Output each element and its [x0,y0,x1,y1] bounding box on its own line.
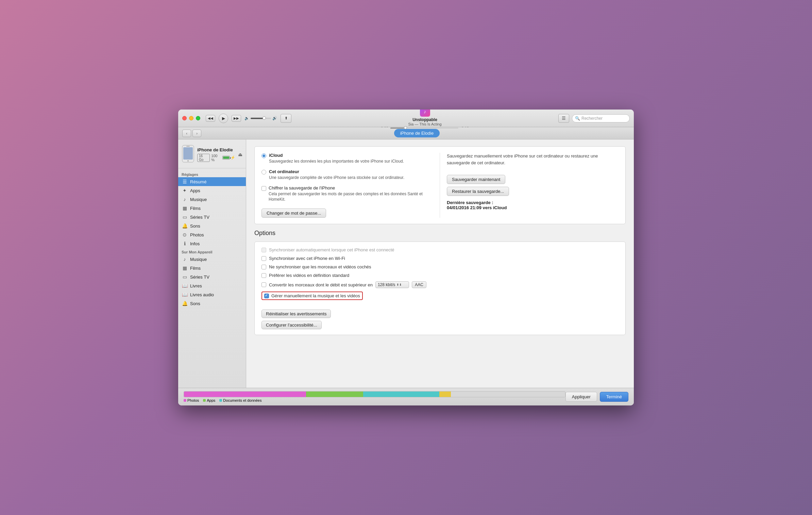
sidebar-item-musique2[interactable]: ♪ Musique [178,255,246,264]
backup-right-desc: Sauvegardez manuellement votre iPhone su… [447,153,619,166]
computer-radio[interactable] [261,170,266,175]
storage-free [451,392,565,397]
volume-slider[interactable]: 🔈 🔊 [244,116,277,120]
sync-wifi-checkbox[interactable] [261,256,266,261]
svg-rect-1 [183,147,193,160]
films2-icon: ▦ [182,265,188,271]
sidebar-item-livres-audio[interactable]: 📖 Livres audio [178,290,246,299]
fastforward-button[interactable]: ▶▶ [232,115,241,122]
prefer-sd-row[interactable]: Préférer les vidéos en définition standa… [261,273,619,278]
list-view-button[interactable]: ☰ [558,114,569,123]
manage-row[interactable]: Gérer manuellement la musique et les vid… [261,292,619,300]
computer-desc: Une sauvegarde complète de votre iPhone … [269,175,404,181]
sidebar-item-films[interactable]: ▦ Films [178,204,246,213]
bitrate-select[interactable]: 128 kbit/s ⬆⬇ [375,281,409,288]
computer-option[interactable]: Cet ordinateur Une sauvegarde complète d… [261,169,433,181]
sidebar-item-sons2[interactable]: 🔔 Sons [178,299,246,308]
sync-wifi-row[interactable]: Synchroniser avec cet iPhone en Wi-Fi [261,256,619,261]
apply-button[interactable]: Appliquer [565,392,597,402]
appareil-section-label: Sur mon appareil [178,248,246,255]
rewind-button[interactable]: ◀◀ [206,115,215,122]
save-now-button[interactable]: Sauvegarder maintenant [447,175,505,184]
livres-icon: 📖 [182,283,188,288]
sidebar-item-musique[interactable]: ♪ Musique [178,195,246,204]
sidebar-item-livres[interactable]: 📖 Livres [178,281,246,290]
backup-section: iCloud Sauvegardez les données les plus … [254,146,626,224]
reset-button[interactable]: Réinitialiser les avertissements [261,310,331,318]
svg-rect-3 [186,146,190,147]
sidebar-item-series-tv[interactable]: ▭ Séries TV [178,213,246,221]
sidebar-item-photos[interactable]: ⊙ Photos [178,230,246,239]
format-label: AAC [412,281,426,288]
apps-icon: ✦ [182,188,188,193]
docs-label: Documents et données [223,398,261,402]
airplay-button[interactable]: ⬆ [281,114,291,123]
sidebar-item-sons-label: Sons [190,223,200,229]
apps-label: Apps [207,398,215,402]
sync-checked-checkbox[interactable] [261,265,266,269]
prefer-sd-checkbox[interactable] [261,273,266,278]
traffic-lights [182,116,200,120]
backup-grid: iCloud Sauvegardez les données les plus … [261,153,619,218]
eject-button[interactable]: ⏏ [238,152,242,157]
sidebar-item-resume[interactable]: ☰ Résumé [178,177,246,186]
device-tab[interactable]: iPhone de Elodie [394,129,440,137]
battery: 100 % ⚡ [211,154,235,162]
sidebar-item-series-tv2[interactable]: ▭ Séries TV [178,272,246,281]
encrypt-option: Chiffrer la sauvegarde de l'iPhone Cela … [261,185,433,203]
device-name: iPhone de Elodie [197,147,235,152]
sidebar-item-apps[interactable]: ✦ Apps [178,186,246,195]
convert-checkbox[interactable] [261,282,266,287]
sons-icon: 🔔 [182,223,188,229]
sidebar-item-sons2-label: Sons [190,301,200,306]
restore-button[interactable]: Restaurer la sauvegarde... [447,187,509,196]
track-info: Unstoppable Sia — This Is Acting [408,117,441,126]
icloud-option[interactable]: iCloud Sauvegardez les données les plus … [261,153,433,164]
sidebar-item-infos[interactable]: ℹ Infos [178,239,246,248]
options-box: Synchroniser automatiquement lorsque cet… [254,242,626,335]
accessibility-button[interactable]: Configurer l'accessibilité... [261,321,322,329]
play-button[interactable]: ▶ [219,114,228,123]
battery-bar [222,156,230,160]
close-button[interactable] [182,116,187,120]
convert-row[interactable]: Convertir les morceaux dont le débit est… [261,281,619,288]
manage-checkbox[interactable] [264,294,269,298]
change-password-button[interactable]: Changer de mot de passe... [261,209,326,218]
search-box[interactable]: 🔍 Rechercher [572,114,630,122]
device-details: iPhone de Elodie 16 Go 100 % ⚡ [197,147,235,162]
photos-dot [184,399,186,402]
last-backup: Dernière sauvegarde : 04/01/2016 21:09 v… [447,200,619,210]
itunes-music-icon: ♪ [420,110,430,117]
titlebar: ◀◀ ▶ ▶▶ 🔈 🔊 ⬆ ♪ Unstoppable Sia — This I… [178,110,634,127]
sidebar-item-infos-label: Infos [190,241,200,246]
maximize-button[interactable] [196,116,200,120]
sidebar-item-musique-label: Musique [190,197,207,202]
sidebar-item-films2[interactable]: ▦ Films [178,264,246,272]
sync-auto-row[interactable]: Synchroniser automatiquement lorsque cet… [261,247,619,252]
apps-label-item: Apps [203,398,215,402]
docs-dot [219,399,222,402]
sidebar-item-sons[interactable]: 🔔 Sons [178,221,246,230]
volume-low-icon: 🔈 [244,116,249,120]
bottom-buttons: Appliquer Terminé [565,392,628,402]
icloud-radio[interactable] [261,153,266,158]
sidebar-item-musique2-label: Musique [190,257,207,262]
sidebar-item-livres-audio-label: Livres audio [190,292,214,297]
sync-auto-checkbox[interactable] [261,248,266,252]
volume-high-icon: 🔊 [272,116,277,120]
back-button[interactable]: ‹ [182,130,191,137]
forward-button[interactable]: › [192,130,201,137]
sidebar-item-series2-label: Séries TV [190,275,209,280]
music-icon: ♪ [182,197,188,202]
manage-label: Gérer manuellement la musique et les vid… [271,293,360,298]
minimize-button[interactable] [189,116,193,120]
encrypt-checkbox[interactable] [261,186,266,191]
sidebar-item-livres-label: Livres [190,283,202,288]
sidebar-item-photos-label: Photos [190,232,204,237]
airplay-icon: ⬆ [285,116,288,120]
sync-wifi-label: Synchroniser avec cet iPhone en Wi-Fi [269,256,345,261]
battery-pct: 100 % [211,154,222,162]
done-button[interactable]: Terminé [600,392,628,402]
sync-checked-label: Ne synchroniser que les morceaux et vidé… [269,264,371,269]
sync-checked-row[interactable]: Ne synchroniser que les morceaux et vidé… [261,264,619,269]
